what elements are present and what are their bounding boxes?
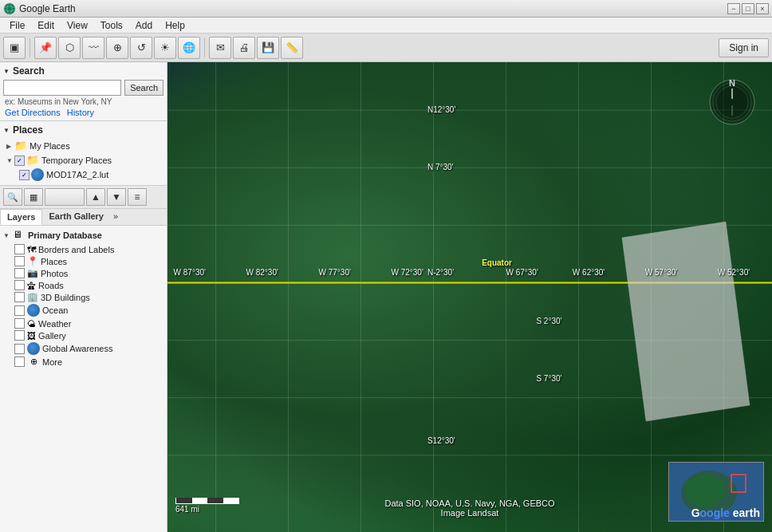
toolbar-separator-1 [30, 38, 30, 57]
app-title: Google Earth [19, 3, 727, 14]
menu-edit[interactable]: Edit [31, 18, 61, 33]
add-image-button[interactable]: ⊕ [106, 37, 128, 59]
layer-global-awareness[interactable]: Global Awareness [3, 341, 163, 356]
places-panel-header[interactable]: Places [3, 124, 163, 136]
mod17a2-label: MOD17A2_2.lut [46, 170, 108, 179]
ocean-checkbox[interactable] [14, 305, 25, 316]
add-polygon-button[interactable]: ⬡ [58, 37, 81, 59]
grid-label-equator: Equator [482, 258, 512, 267]
tab-layers[interactable]: Layers [0, 209, 42, 225]
sign-in-button[interactable]: Sign in [719, 38, 769, 57]
layer-borders-labels[interactable]: 🗺 Borders and Labels [3, 243, 163, 255]
tab-earth-gallery[interactable]: Earth Gallery [42, 209, 109, 225]
svg-marker-19 [622, 222, 750, 421]
buildings-icon: 🏢 [27, 292, 38, 302]
scale-bar: 641 mi [175, 498, 239, 514]
attribution-line2: Image Landsat [384, 508, 554, 518]
layer-3d-buildings[interactable]: 🏢 3D Buildings [3, 291, 163, 303]
measure-button[interactable]: 📏 [281, 37, 303, 59]
compass[interactable]: N [708, 78, 756, 126]
switch-atmosphere-button[interactable]: 🌐 [178, 37, 200, 59]
layer-roads[interactable]: 🛣 Roads [3, 279, 163, 291]
photos-checkbox[interactable] [14, 268, 25, 278]
tree-item-my-places[interactable]: ▶ 📁 My Places [3, 139, 163, 153]
search-button[interactable]: Search [124, 80, 163, 96]
borders-label: Borders and Labels [38, 245, 114, 254]
map-attribution: Data SIO, NOAA, U.S. Navy, NGA, GEBCO Im… [384, 499, 554, 518]
grid-label-s1230: S12°30' [427, 436, 455, 445]
layer-gallery[interactable]: 🖼 Gallery [3, 329, 163, 341]
places-layer-label: Places [41, 257, 67, 266]
menu-file[interactable]: File [3, 18, 31, 33]
buildings-checkbox[interactable] [14, 292, 25, 302]
places-panel-arrow [3, 127, 10, 134]
temp-places-checkbox[interactable]: ✓ [14, 156, 25, 166]
add-path-button[interactable]: 〰 [82, 37, 104, 59]
mini-map: Google earth [668, 462, 764, 522]
weather-label: Weather [38, 319, 71, 329]
record-tour-button[interactable]: ↺ [130, 37, 152, 59]
menu-view[interactable]: View [61, 18, 94, 33]
layer-weather[interactable]: 🌤 Weather [3, 317, 163, 329]
nav-map-button[interactable]: ▦ [24, 188, 43, 206]
places-panel: Places ▶ 📁 My Places ▼ ✓ 📁 Temporary Pla… [0, 121, 167, 186]
grid-label-w6730: W 67°30' [506, 268, 538, 277]
more-checkbox[interactable] [14, 357, 25, 367]
weather-checkbox[interactable] [14, 318, 25, 329]
history-link[interactable]: History [67, 108, 94, 117]
titlebar: Google Earth − □ × [0, 0, 772, 18]
photos-icon: 📷 [27, 268, 38, 278]
grid-label-n230: N-2°30' [427, 268, 454, 277]
close-button[interactable]: × [756, 3, 769, 14]
map-area[interactable]: N12°30' N 7°30' N-2°30' S 2°30' S 7°30' … [167, 62, 772, 532]
get-directions-link[interactable]: Get Directions [5, 108, 61, 117]
layers-content: ▼ 🖥 Primary Database 🗺 Borders and Label… [0, 226, 167, 532]
gallery-checkbox[interactable] [14, 330, 25, 341]
primary-database-section[interactable]: ▼ 🖥 Primary Database [3, 227, 163, 243]
layer-photos[interactable]: 📷 Photos [3, 267, 163, 279]
temp-places-label: Temporary Places [41, 156, 112, 165]
tab-more-arrow[interactable]: » [110, 209, 121, 225]
grid-label-w8730: W 87°30' [174, 268, 206, 277]
primary-db-expand: ▼ [3, 232, 13, 239]
menu-help[interactable]: Help [159, 18, 191, 33]
minimize-button[interactable]: − [727, 3, 740, 14]
layers-tabs: Layers Earth Gallery » [0, 209, 167, 226]
global-awareness-checkbox[interactable] [14, 344, 25, 354]
places-layer-checkbox[interactable] [14, 256, 25, 266]
add-placemark-button[interactable]: 📌 [34, 37, 57, 59]
svg-text:N: N [729, 78, 735, 88]
places-layer-icon: 📍 [27, 256, 38, 266]
layer-more[interactable]: ⊕ More [3, 356, 163, 368]
menu-tools[interactable]: Tools [94, 18, 129, 33]
menu-add[interactable]: Add [129, 18, 159, 33]
nav-up-button[interactable]: ▲ [86, 188, 105, 206]
weather-icon: 🌤 [27, 319, 36, 329]
layer-places[interactable]: 📍 Places [3, 255, 163, 267]
nav-down-button[interactable]: ▼ [107, 188, 126, 206]
show-sunlight-button[interactable]: ☀ [154, 37, 176, 59]
view-toggle-button[interactable]: ▣ [3, 37, 26, 59]
maximize-button[interactable]: □ [742, 3, 754, 14]
search-panel-header[interactable]: Search [3, 65, 163, 77]
tree-item-temporary-places[interactable]: ▼ ✓ 📁 Temporary Places [3, 153, 163, 167]
tree-item-mod17a2[interactable]: ✓ MOD17A2_2.lut [3, 167, 163, 182]
save-image-button[interactable]: 💾 [257, 37, 279, 59]
search-input-row: Search [3, 80, 163, 96]
roads-checkbox[interactable] [14, 280, 25, 290]
print-button[interactable]: 🖨 [233, 37, 255, 59]
search-input[interactable] [3, 80, 121, 96]
nav-style-button[interactable]: 🔍 [3, 188, 22, 206]
photos-label: Photos [41, 269, 68, 278]
layer-ocean[interactable]: Ocean [3, 303, 163, 317]
primary-db-icon: 🖥 [13, 229, 26, 242]
nav-action-button[interactable]: ≡ [128, 188, 147, 206]
global-awareness-label: Global Awareness [42, 344, 112, 353]
grid-label-s730: S 7°30' [536, 374, 561, 383]
grid-label-w7730: W 77°30' [319, 268, 351, 277]
email-button[interactable]: ✉ [209, 37, 231, 59]
window-controls: − □ × [727, 3, 769, 14]
mod17a2-checkbox[interactable]: ✓ [19, 170, 30, 180]
grid-label-w7230: W 72°30' [391, 268, 423, 277]
borders-checkbox[interactable] [14, 244, 25, 254]
